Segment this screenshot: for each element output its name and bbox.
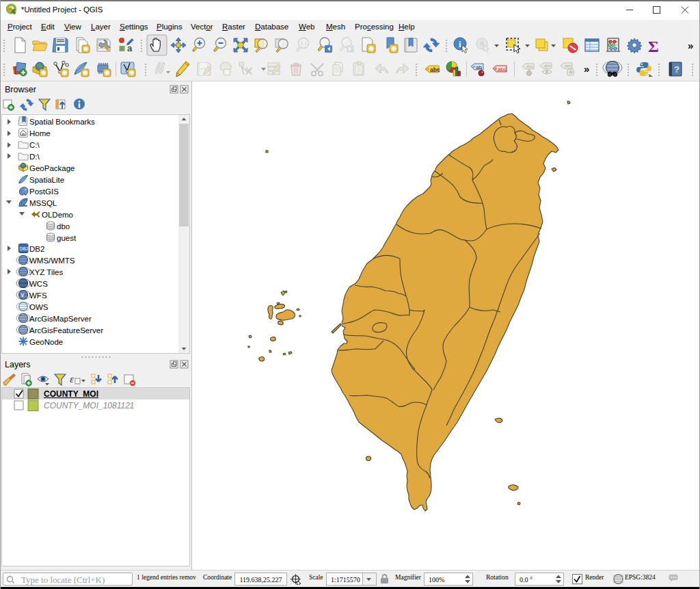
svg-text:XYZ Tiles: XYZ Tiles (29, 268, 63, 276)
svg-text:Σ: Σ (648, 38, 659, 55)
svg-text:Home: Home (29, 129, 51, 138)
svg-text:1:1: 1:1 (301, 41, 308, 46)
svg-text:SpatiaLite: SpatiaLite (29, 176, 64, 184)
svg-text:OWS: OWS (29, 303, 49, 311)
svg-text:»: » (688, 40, 693, 51)
svg-text:PostGIS: PostGIS (29, 187, 59, 196)
svg-text:C:\: C:\ (29, 141, 40, 149)
svg-text:WFS: WFS (29, 291, 47, 300)
svg-text:i: i (459, 39, 461, 49)
svg-text:DB2: DB2 (29, 245, 44, 253)
svg-text:guest: guest (57, 234, 77, 242)
svg-text:dbo: dbo (57, 222, 70, 231)
svg-text:D:\: D:\ (29, 153, 40, 161)
svg-text:a: a (127, 43, 133, 53)
svg-text:ε: ε (70, 374, 74, 384)
svg-text:?: ? (674, 64, 679, 75)
svg-text:WCS: WCS (29, 280, 48, 288)
svg-text:»: » (584, 63, 589, 75)
svg-text:OLDemo: OLDemo (42, 211, 73, 219)
svg-text:abc: abc (498, 66, 507, 73)
svg-text:GeoNode: GeoNode (29, 338, 63, 346)
svg-text:MSSQL: MSSQL (29, 199, 57, 207)
svg-text:GeoPackage: GeoPackage (29, 164, 75, 172)
svg-text:ArcGisMapServer: ArcGisMapServer (29, 315, 92, 323)
svg-text:WMS/WMTS: WMS/WMTS (29, 257, 75, 265)
svg-text:DB2: DB2 (20, 246, 29, 251)
svg-text:abc: abc (430, 66, 440, 73)
svg-text:ArcGisFeatureServer: ArcGisFeatureServer (29, 326, 103, 335)
svg-text:Spatial Bookmarks: Spatial Bookmarks (29, 118, 95, 126)
svg-text:V: V (21, 293, 25, 298)
